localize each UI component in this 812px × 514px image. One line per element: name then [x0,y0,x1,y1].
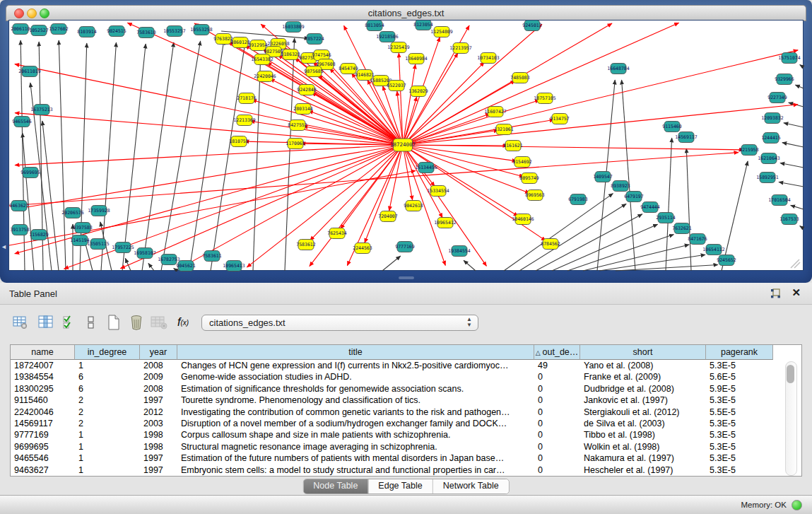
column-header-pagerank[interactable]: pagerank [706,345,773,360]
splitter-handle[interactable] [399,276,414,279]
graph-node[interactable]: 3913758 [10,225,29,235]
cell-in_degree[interactable]: 1 [75,465,140,476]
graph-node[interactable]: 15334554 [427,186,449,197]
table-vertical-scrollbar[interactable] [785,361,797,476]
graph-node[interactable]: 12093832 [761,113,783,124]
graph-node[interactable]: 9134757 [550,114,569,124]
cell-in_degree[interactable]: 1 [75,429,140,440]
cell-out_de[interactable]: 0 [534,441,580,452]
cell-name[interactable]: 9463627 [11,465,75,476]
graph-node[interactable]: 8784562 [541,239,560,250]
cell-title[interactable]: Estimation of significance thresholds fo… [177,383,534,395]
graph-node[interactable]: 9154692 [512,157,531,168]
graph-node[interactable]: 9242848 [297,85,316,95]
graph-node[interactable]: 9227349 [767,93,787,103]
network-canvas[interactable]: 9763822886012889129542322605898275091654… [8,20,804,271]
cell-title[interactable]: Tourette syndrome. Phenomenology and cla… [177,395,534,406]
cell-short[interactable]: Tibbo et al. (1998) [580,429,706,440]
cell-name[interactable]: 9777169 [11,429,75,440]
cell-out_de[interactable]: 0 [534,429,580,440]
network-svg[interactable]: 9763822886012889129542322605898275091654… [9,21,804,271]
graph-node[interactable]: 8813054 [365,21,384,31]
cell-out_de[interactable]: 0 [534,418,580,429]
graph-node[interactable]: 19384554 [448,246,470,257]
cell-short[interactable]: Franke et al. (2009) [580,371,706,382]
cell-title[interactable]: Embryonic stem cells: a model to study s… [177,465,534,476]
cell-out_de[interactable]: 0 [534,371,580,382]
graph-node[interactable]: 9329966 [775,74,794,85]
graph-node[interactable]: 16648784 [607,64,629,74]
column-header-year[interactable]: year [140,345,177,360]
graph-node[interactable]: 1052527 [29,25,48,36]
cell-short[interactable]: Yano et al. (2008) [580,360,706,371]
new-column-icon[interactable] [105,313,123,332]
graph-node[interactable]: 1167533 [779,214,799,225]
cell-pagerank[interactable]: 5.3E-5 [706,360,773,371]
graph-node[interactable]: 9465546 [12,117,31,127]
graph-node[interactable]: 2244563 [353,243,372,254]
table-row[interactable]: 1872400712008Changes of HCN gene express… [11,360,801,371]
column-header-in_degree[interactable]: in_degree [75,345,140,360]
cell-short[interactable]: Hescheler et al. (1997) [580,465,706,476]
graph-node[interactable]: 9042618 [404,201,423,211]
graph-node[interactable]: 10965412 [434,218,456,228]
graph-node[interactable]: 11254809 [430,27,452,37]
cell-short[interactable]: Stergiakouli et al. (2012) [580,407,706,418]
graph-node[interactable]: 1810755 [229,136,248,147]
graph-node[interactable]: 10553258 [190,25,212,35]
graph-node[interactable]: 1244415 [761,133,780,144]
cell-name[interactable]: 18724007 [11,360,75,371]
function-builder-icon[interactable]: f(x) [174,313,192,332]
graph-node[interactable]: 6522037 [387,81,406,91]
graph-node[interactable]: 16033809 [282,22,304,33]
graph-node[interactable]: 2006110 [11,24,30,35]
cell-out_de[interactable]: 0 [534,465,580,476]
graph-node[interactable]: 1527602 [49,24,68,35]
graph-node[interactable]: 9463627 [9,201,28,211]
tab-edge-table[interactable]: Edge Table [367,479,432,493]
graph-node[interactable]: 8427552 [288,120,307,131]
graph-node[interactable]: 7583612 [296,240,315,250]
table-row[interactable]: 2242004622012Investigating the contribut… [11,407,801,418]
cell-pagerank[interactable]: 5.9E-5 [706,383,773,395]
graph-node[interactable]: 8123054 [413,21,433,30]
graph-node[interactable]: 1156829 [29,230,48,240]
close-panel-icon[interactable]: ✕ [792,286,801,299]
cell-year[interactable]: 1997 [140,465,177,476]
table-row[interactable]: 1830029562008Estimation of significance … [11,383,801,395]
cell-in_degree[interactable]: 1 [75,441,140,452]
column-header-name[interactable]: name [11,345,75,360]
graph-node[interactable]: 11607427 [484,107,506,117]
cell-year[interactable]: 1997 [140,395,177,406]
cell-title[interactable]: Estimation of the future numbers of pati… [177,452,534,464]
graph-node[interactable]: 6791983 [568,194,587,205]
graph-node[interactable]: 9875685 [304,66,323,77]
cell-pagerank[interactable]: 5.3E-5 [706,429,773,440]
table-row[interactable]: 911546021997Tourette syndrome. Phenomeno… [11,395,801,406]
graph-node[interactable]: 9699695 [20,168,40,178]
float-panel-icon[interactable] [770,288,781,299]
cell-title[interactable]: Investigating the contribution of common… [177,407,534,418]
graph-node[interactable]: 15892951 [756,173,778,183]
graph-node[interactable]: 10460146 [512,214,534,225]
graph-node[interactable]: 6479197 [624,192,643,202]
cell-pagerank[interactable]: 5.3E-5 [706,465,773,476]
graph-node[interactable]: 17957225 [112,243,134,253]
cell-name[interactable]: 9115460 [11,395,75,406]
graph-node[interactable]: 12213957 [449,43,471,54]
graph-node[interactable]: 7625434 [327,228,346,239]
cell-name[interactable]: 14569117 [11,418,75,429]
select-columns-icon[interactable] [61,313,79,332]
cell-out_de[interactable]: 0 [534,383,580,395]
graph-node[interactable]: 9397588 [73,223,92,233]
table-row[interactable]: 1938455462009Genome-wide association stu… [11,371,801,382]
graph-node[interactable]: 14569117 [675,132,697,143]
cell-short[interactable]: Dudbridge et al. (2008) [580,383,706,395]
cell-short[interactable]: Nakamura et al. (1997) [580,452,706,464]
graph-node[interactable]: 9045621 [176,261,195,271]
cell-title[interactable]: Disruption of a novel member of a sodium… [177,418,534,429]
cell-in_degree[interactable]: 1 [75,452,140,464]
graph-node[interactable]: 7583611 [202,251,221,262]
cell-in_degree[interactable]: 6 [75,383,140,395]
cell-pagerank[interactable]: 5.5E-5 [706,407,773,418]
